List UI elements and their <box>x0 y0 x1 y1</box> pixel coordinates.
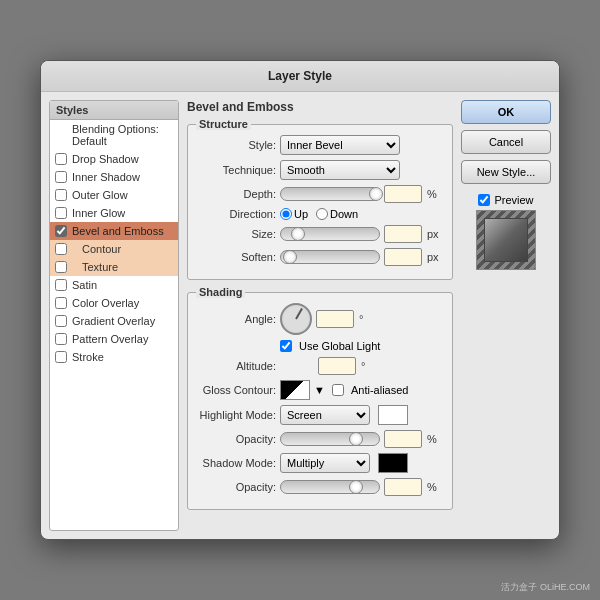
gloss-contour-label: Gloss Contour: <box>196 384 276 396</box>
anti-aliased-checkbox[interactable] <box>332 384 344 396</box>
styles-header[interactable]: Styles <box>50 101 178 120</box>
stroke-checkbox[interactable] <box>55 351 67 363</box>
highlight-opacity-thumb[interactable] <box>349 432 363 446</box>
highlight-opacity-input[interactable]: 75 <box>384 430 422 448</box>
soften-slider[interactable] <box>280 250 380 264</box>
highlight-color-swatch[interactable] <box>378 405 408 425</box>
angle-input[interactable]: 120 <box>316 310 354 328</box>
angle-row: Angle: 120 ° <box>196 303 444 335</box>
bevel-emboss-checkbox[interactable] <box>55 225 67 237</box>
highlight-mode-label: Highlight Mode: <box>196 409 276 421</box>
stroke-item[interactable]: Stroke <box>50 348 178 366</box>
color-overlay-item[interactable]: Color Overlay <box>50 294 178 312</box>
shadow-opacity-row: Opacity: 75 % <box>196 478 444 496</box>
shading-section: Shading Angle: 120 ° Use Global Light Al… <box>187 292 453 510</box>
pattern-overlay-checkbox[interactable] <box>55 333 67 345</box>
shadow-mode-row: Shadow Mode: Multiply Normal Screen <box>196 453 444 473</box>
shadow-opacity-slider[interactable] <box>280 480 380 494</box>
inner-glow-item[interactable]: Inner Glow <box>50 204 178 222</box>
blending-options-item[interactable]: Blending Options: Default <box>50 120 178 150</box>
direction-down-label[interactable]: Down <box>316 208 358 220</box>
technique-field-label: Technique: <box>196 164 276 176</box>
preview-inner <box>484 218 528 262</box>
altitude-unit: ° <box>361 360 365 372</box>
global-light-row: Use Global Light <box>280 340 444 352</box>
highlight-opacity-row: Opacity: 75 % <box>196 430 444 448</box>
direction-down-radio[interactable] <box>316 208 328 220</box>
depth-unit: % <box>427 188 437 200</box>
ok-button[interactable]: OK <box>461 100 551 124</box>
bevel-emboss-item[interactable]: Bevel and Emboss <box>50 222 178 240</box>
direction-radio-group: Up Down <box>280 208 358 220</box>
gloss-contour-row: Gloss Contour: ▼ Anti-aliased <box>196 380 444 400</box>
global-light-label: Use Global Light <box>299 340 380 352</box>
texture-item[interactable]: Texture <box>50 258 178 276</box>
direction-up-label[interactable]: Up <box>280 208 308 220</box>
shadow-opacity-unit: % <box>427 481 437 493</box>
outer-glow-item[interactable]: Outer Glow <box>50 186 178 204</box>
drop-shadow-item[interactable]: Drop Shadow <box>50 150 178 168</box>
color-overlay-checkbox[interactable] <box>55 297 67 309</box>
soften-input[interactable]: 0 <box>384 248 422 266</box>
preview-text: Preview <box>494 194 533 206</box>
soften-field-label: Soften: <box>196 251 276 263</box>
gradient-overlay-checkbox[interactable] <box>55 315 67 327</box>
shadow-opacity-input[interactable]: 75 <box>384 478 422 496</box>
size-input[interactable]: 2 <box>384 225 422 243</box>
depth-field-label: Depth: <box>196 188 276 200</box>
technique-row: Technique: Smooth Chisel Hard Chisel Sof… <box>196 160 444 180</box>
cancel-button[interactable]: Cancel <box>461 130 551 154</box>
texture-checkbox[interactable] <box>55 261 67 273</box>
shadow-opacity-label: Opacity: <box>196 481 276 493</box>
soften-slider-thumb[interactable] <box>283 250 297 264</box>
drop-shadow-checkbox[interactable] <box>55 153 67 165</box>
inner-glow-checkbox[interactable] <box>55 207 67 219</box>
global-light-checkbox[interactable] <box>280 340 292 352</box>
depth-slider[interactable] <box>280 187 380 201</box>
inner-shadow-item[interactable]: Inner Shadow <box>50 168 178 186</box>
preview-section: Preview <box>461 194 551 270</box>
bevel-emboss-title: Bevel and Emboss <box>187 100 453 114</box>
satin-checkbox[interactable] <box>55 279 67 291</box>
contour-checkbox[interactable] <box>55 243 67 255</box>
gradient-overlay-item[interactable]: Gradient Overlay <box>50 312 178 330</box>
size-slider-thumb[interactable] <box>291 227 305 241</box>
angle-unit: ° <box>359 313 363 325</box>
satin-item[interactable]: Satin <box>50 276 178 294</box>
gloss-contour-preview[interactable] <box>280 380 310 400</box>
contour-item[interactable]: Contour <box>50 240 178 258</box>
soften-unit: px <box>427 251 439 263</box>
inner-shadow-checkbox[interactable] <box>55 171 67 183</box>
shadow-mode-label: Shadow Mode: <box>196 457 276 469</box>
anti-aliased-label: Anti-aliased <box>351 384 408 396</box>
dialog-title: Layer Style <box>41 61 559 92</box>
soften-row: Soften: 0 px <box>196 248 444 266</box>
highlight-mode-select[interactable]: Screen Normal Multiply <box>280 405 370 425</box>
styles-panel: Styles Blending Options: Default Drop Sh… <box>49 100 179 531</box>
style-field-label: Style: <box>196 139 276 151</box>
outer-glow-checkbox[interactable] <box>55 189 67 201</box>
shadow-color-swatch[interactable] <box>378 453 408 473</box>
buttons-panel: OK Cancel New Style... Preview <box>461 100 551 531</box>
highlight-opacity-slider[interactable] <box>280 432 380 446</box>
preview-checkbox[interactable] <box>478 194 490 206</box>
highlight-mode-row: Highlight Mode: Screen Normal Multiply <box>196 405 444 425</box>
angle-wheel[interactable] <box>280 303 312 335</box>
shadow-opacity-thumb[interactable] <box>349 480 363 494</box>
preview-canvas <box>476 210 536 270</box>
shadow-mode-select[interactable]: Multiply Normal Screen <box>280 453 370 473</box>
new-style-button[interactable]: New Style... <box>461 160 551 184</box>
pattern-overlay-item[interactable]: Pattern Overlay <box>50 330 178 348</box>
watermark: 活力盒子 OLiHE.COM <box>501 581 590 594</box>
angle-hand <box>295 308 303 319</box>
altitude-input[interactable]: 30 <box>318 357 356 375</box>
highlight-opacity-label: Opacity: <box>196 433 276 445</box>
main-content: Bevel and Emboss Structure Style: Inner … <box>187 100 453 531</box>
direction-up-radio[interactable] <box>280 208 292 220</box>
structure-label: Structure <box>196 118 251 130</box>
style-select[interactable]: Inner Bevel Outer Bevel Emboss Pillow Em… <box>280 135 400 155</box>
size-slider[interactable] <box>280 227 380 241</box>
technique-select[interactable]: Smooth Chisel Hard Chisel Soft <box>280 160 400 180</box>
depth-slider-thumb[interactable] <box>369 187 383 201</box>
depth-input[interactable]: 1000 <box>384 185 422 203</box>
